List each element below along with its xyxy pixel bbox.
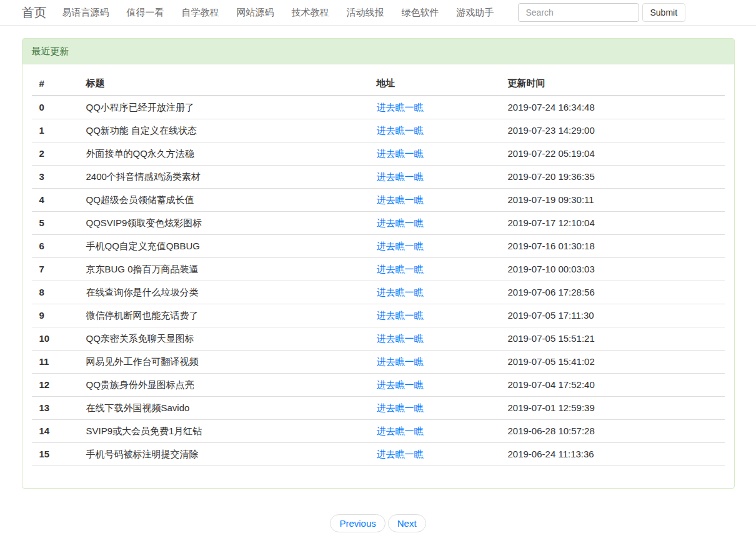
row-updated-time: 2019-07-04 17:52:40 [500,374,725,397]
navbar-link-1[interactable]: 易语言源码 [54,7,118,19]
table-row: 15手机号码被标注明提交清除进去瞧一瞧2019-06-24 11:13:36 [32,443,725,466]
row-title: 在线查询你是什么垃圾分类 [79,281,369,304]
navbar-item: 技术教程 [283,7,338,19]
row-link-cell: 进去瞧一瞧 [369,142,500,166]
row-visit-link[interactable]: 进去瞧一瞧 [377,310,424,321]
row-updated-time: 2019-07-06 17:28:56 [500,281,725,304]
row-index: 9 [32,304,79,327]
table-row: 6手机QQ自定义充值QBBUG进去瞧一瞧2019-07-16 01:30:18 [32,235,725,258]
row-title: QQSVIP9领取变色炫彩图标 [79,212,369,235]
row-title: QQ小程序已经开放注册了 [79,96,369,119]
navbar-item: 游戏助手 [448,7,503,19]
row-visit-link[interactable]: 进去瞧一瞧 [377,148,424,159]
row-index: 7 [32,258,79,281]
table-row: 8在线查询你是什么垃圾分类进去瞧一瞧2019-07-06 17:28:56 [32,281,725,304]
navbar-link-6[interactable]: 活动线报 [338,7,393,19]
row-index: 10 [32,327,79,351]
navbar-item: 网站源码 [228,7,283,19]
row-index: 5 [32,212,79,235]
row-visit-link[interactable]: 进去瞧一瞧 [377,402,424,413]
row-index: 11 [32,351,79,374]
navbar-item: 自学教程 [173,7,228,19]
row-updated-time: 2019-07-24 16:34:48 [500,96,725,119]
row-link-cell: 进去瞧一瞧 [369,96,500,119]
row-link-cell: 进去瞧一瞧 [369,258,500,281]
table-row: 4QQ超级会员领储蓄成长值进去瞧一瞧2019-07-19 09:30:11 [32,189,725,212]
row-title: 微信停机断网也能充话费了 [79,304,369,327]
table-row: 9微信停机断网也能充话费了进去瞧一瞧2019-07-05 17:11:30 [32,304,725,327]
row-visit-link[interactable]: 进去瞧一瞧 [377,194,424,205]
row-visit-link[interactable]: 进去瞧一瞧 [377,333,424,344]
row-link-cell: 进去瞧一瞧 [369,166,500,189]
row-visit-link[interactable]: 进去瞧一瞧 [377,241,424,251]
navbar-item: 值得一看 [118,7,173,19]
recent-updates-panel: 最近更新 #标题地址更新时间 0QQ小程序已经开放注册了进去瞧一瞧2019-07… [22,38,735,489]
row-visit-link[interactable]: 进去瞧一瞧 [377,287,424,297]
column-header-0: # [32,72,79,96]
row-visit-link[interactable]: 进去瞧一瞧 [377,449,424,459]
row-visit-link[interactable]: 进去瞧一瞧 [377,171,424,182]
row-updated-time: 2019-07-20 19:36:35 [500,166,725,189]
row-index: 12 [32,374,79,397]
table-row: 13在线下载外国视频Savido进去瞧一瞧2019-07-01 12:59:39 [32,397,725,420]
row-index: 8 [32,281,79,304]
row-link-cell: 进去瞧一瞧 [369,327,500,351]
table-row: 12QQ贵族身份外显图标点亮进去瞧一瞧2019-07-04 17:52:40 [32,374,725,397]
row-visit-link[interactable]: 进去瞧一瞧 [377,426,424,436]
search-input[interactable] [518,3,639,22]
row-updated-time: 2019-07-05 15:51:21 [500,327,725,351]
row-link-cell: 进去瞧一瞧 [369,281,500,304]
row-index: 4 [32,189,79,212]
search-submit-button[interactable]: Submit [642,3,686,22]
row-title: 手机号码被标注明提交清除 [79,443,369,466]
table-row: 7京东BUG 0撸百万商品装逼进去瞧一瞧2019-07-10 00:03:03 [32,258,725,281]
row-index: 3 [32,166,79,189]
next-button[interactable]: Next [388,514,426,532]
search-form: Submit [518,3,686,22]
row-title: 手机QQ自定义充值QBBUG [79,235,369,258]
navbar-menu: 易语言源码值得一看自学教程网站源码技术教程活动线报绿色软件游戏助手 [54,7,503,19]
row-title: QQ新功能 自定义在线状态 [79,119,369,142]
navbar: 首页 易语言源码值得一看自学教程网站源码技术教程活动线报绿色软件游戏助手 Sub… [0,0,756,26]
column-header-2: 地址 [369,72,500,96]
column-header-3: 更新时间 [500,72,725,96]
row-visit-link[interactable]: 进去瞧一瞧 [377,379,424,390]
row-updated-time: 2019-07-01 12:59:39 [500,397,725,420]
updates-table: #标题地址更新时间 0QQ小程序已经开放注册了进去瞧一瞧2019-07-24 1… [32,72,725,466]
row-link-cell: 进去瞧一瞧 [369,443,500,466]
navbar-link-7[interactable]: 绿色软件 [393,7,448,19]
row-link-cell: 进去瞧一瞧 [369,374,500,397]
row-index: 0 [32,96,79,119]
navbar-link-4[interactable]: 网站源码 [228,7,283,19]
row-updated-time: 2019-07-05 15:41:02 [500,351,725,374]
table-row: 0QQ小程序已经开放注册了进去瞧一瞧2019-07-24 16:34:48 [32,96,725,119]
table-row: 2外面接单的QQ永久方法稳进去瞧一瞧2019-07-22 05:19:04 [32,142,725,166]
table-row: 5QQSVIP9领取变色炫彩图标进去瞧一瞧2019-07-17 12:10:04 [32,212,725,235]
row-updated-time: 2019-06-24 11:13:36 [500,443,725,466]
row-visit-link[interactable]: 进去瞧一瞧 [377,356,424,367]
table-row: 11网易见外工作台可翻译视频进去瞧一瞧2019-07-05 15:41:02 [32,351,725,374]
navbar-link-2[interactable]: 值得一看 [118,7,173,19]
row-visit-link[interactable]: 进去瞧一瞧 [377,125,424,136]
row-updated-time: 2019-07-17 12:10:04 [500,212,725,235]
previous-button[interactable]: Previous [330,514,385,532]
row-visit-link[interactable]: 进去瞧一瞧 [377,102,424,112]
row-index: 6 [32,235,79,258]
row-title: SVIP9或大会员免费1月红钻 [79,420,369,443]
panel-body: #标题地址更新时间 0QQ小程序已经开放注册了进去瞧一瞧2019-07-24 1… [22,64,734,488]
navbar-link-8[interactable]: 游戏助手 [448,7,503,19]
panel-title: 最近更新 [22,39,734,64]
row-visit-link[interactable]: 进去瞧一瞧 [377,217,424,228]
row-link-cell: 进去瞧一瞧 [369,397,500,420]
table-header-row: #标题地址更新时间 [32,72,725,96]
row-updated-time: 2019-07-19 09:30:11 [500,189,725,212]
navbar-link-5[interactable]: 技术教程 [283,7,338,19]
row-link-cell: 进去瞧一瞧 [369,420,500,443]
navbar-link-3[interactable]: 自学教程 [173,7,228,19]
row-index: 1 [32,119,79,142]
row-link-cell: 进去瞧一瞧 [369,119,500,142]
row-visit-link[interactable]: 进去瞧一瞧 [377,264,424,274]
row-index: 15 [32,443,79,466]
navbar-brand-home[interactable]: 首页 [22,4,47,21]
table-row: 32400个抖音情感鸡汤类素材进去瞧一瞧2019-07-20 19:36:35 [32,166,725,189]
